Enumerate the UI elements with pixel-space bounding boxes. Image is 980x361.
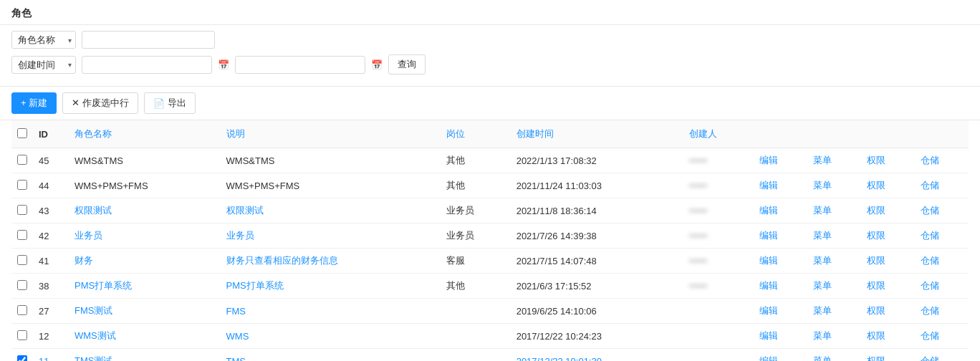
select-all-checkbox[interactable]: [17, 128, 27, 138]
row-checkbox[interactable]: [17, 230, 27, 240]
role-name-link[interactable]: 业务员: [75, 230, 102, 241]
cell-desc[interactable]: 权限测试: [221, 198, 441, 223]
row-checkbox[interactable]: [17, 205, 27, 215]
cell-action-权限[interactable]: 权限: [861, 148, 915, 173]
cell-desc[interactable]: 业务员: [221, 223, 441, 249]
action-仓储-link[interactable]: 仓储: [921, 205, 939, 216]
cell-action-菜单[interactable]: 菜单: [807, 274, 861, 299]
cell-action-仓储[interactable]: 仓储: [915, 299, 969, 324]
role-name-link[interactable]: FMS测试: [75, 305, 112, 316]
action-编辑-link[interactable]: 编辑: [759, 355, 778, 361]
action-仓储-link[interactable]: 仓储: [921, 180, 939, 191]
row-checkbox[interactable]: [17, 155, 27, 165]
action-权限-link[interactable]: 权限: [867, 230, 885, 241]
action-编辑-link[interactable]: 编辑: [759, 280, 778, 291]
cell-role-name[interactable]: 权限测试: [69, 198, 221, 223]
action-菜单-link[interactable]: 菜单: [813, 155, 832, 165]
action-菜单-link[interactable]: 菜单: [813, 280, 832, 291]
cell-action-权限[interactable]: 权限: [861, 274, 915, 299]
date-from-input[interactable]: 2012-03-11 00:00:01: [82, 56, 212, 74]
action-菜单-link[interactable]: 菜单: [813, 330, 832, 341]
cell-action-权限[interactable]: 权限: [861, 249, 915, 274]
row-checkbox[interactable]: [17, 330, 27, 340]
cell-action-权限[interactable]: 权限: [861, 173, 915, 198]
cell-action-编辑[interactable]: 编辑: [754, 249, 807, 274]
action-权限-link[interactable]: 权限: [867, 255, 885, 266]
cell-desc[interactable]: 财务只查看相应的财务信息: [221, 249, 441, 274]
action-菜单-link[interactable]: 菜单: [813, 355, 832, 361]
action-权限-link[interactable]: 权限: [867, 355, 885, 361]
desc-link[interactable]: 业务员: [226, 230, 254, 241]
cell-action-仓储[interactable]: 仓储: [915, 223, 969, 249]
action-菜单-link[interactable]: 菜单: [813, 305, 832, 316]
cell-action-仓储[interactable]: 仓储: [915, 274, 969, 299]
cell-desc[interactable]: TMS: [221, 349, 441, 362]
action-仓储-link[interactable]: 仓储: [921, 230, 939, 241]
desc-link[interactable]: TMS: [226, 356, 246, 362]
row-checkbox[interactable]: [17, 280, 27, 290]
action-编辑-link[interactable]: 编辑: [759, 330, 778, 341]
desc-link[interactable]: 权限测试: [226, 205, 264, 216]
cell-role-name[interactable]: PMS打单系统: [69, 274, 221, 299]
action-编辑-link[interactable]: 编辑: [759, 230, 778, 241]
cell-action-菜单[interactable]: 菜单: [807, 148, 861, 173]
action-权限-link[interactable]: 权限: [867, 180, 885, 191]
cell-action-编辑[interactable]: 编辑: [754, 223, 807, 249]
cell-action-仓储[interactable]: 仓储: [915, 173, 969, 198]
action-菜单-link[interactable]: 菜单: [813, 180, 832, 191]
cell-action-编辑[interactable]: 编辑: [754, 173, 807, 198]
action-权限-link[interactable]: 权限: [867, 305, 885, 316]
action-编辑-link[interactable]: 编辑: [759, 155, 778, 165]
desc-link[interactable]: FMS: [226, 306, 246, 317]
export-button[interactable]: 📄 导出: [144, 92, 196, 114]
action-菜单-link[interactable]: 菜单: [813, 230, 832, 241]
action-菜单-link[interactable]: 菜单: [813, 205, 832, 216]
cell-action-菜单[interactable]: 菜单: [807, 299, 861, 324]
cell-role-name[interactable]: TMS测试: [69, 349, 221, 362]
cell-action-菜单[interactable]: 菜单: [807, 249, 861, 274]
role-name-select[interactable]: 角色名称: [11, 31, 76, 49]
desc-link[interactable]: WMS: [226, 331, 249, 342]
action-权限-link[interactable]: 权限: [867, 205, 885, 216]
date-to-input[interactable]: 2022-01-18 23:59:59: [235, 56, 365, 74]
cell-action-仓储[interactable]: 仓储: [915, 324, 969, 349]
role-name-link[interactable]: 权限测试: [75, 205, 112, 216]
row-checkbox[interactable]: [17, 305, 27, 315]
cell-action-权限[interactable]: 权限: [861, 198, 915, 223]
cell-action-权限[interactable]: 权限: [861, 324, 915, 349]
action-编辑-link[interactable]: 编辑: [759, 305, 778, 316]
action-仓储-link[interactable]: 仓储: [921, 255, 939, 266]
cell-action-编辑[interactable]: 编辑: [754, 349, 807, 362]
action-仓储-link[interactable]: 仓储: [921, 355, 939, 361]
cell-desc[interactable]: FMS: [221, 299, 441, 324]
query-button[interactable]: 查询: [388, 54, 426, 74]
role-name-select-wrapper[interactable]: 角色名称: [11, 31, 76, 49]
role-name-link[interactable]: TMS测试: [75, 355, 112, 361]
action-菜单-link[interactable]: 菜单: [813, 255, 832, 266]
role-name-input[interactable]: [82, 31, 215, 49]
cell-action-权限[interactable]: 权限: [861, 223, 915, 249]
cell-action-仓储[interactable]: 仓储: [915, 249, 969, 274]
action-仓储-link[interactable]: 仓储: [921, 155, 939, 165]
cell-role-name[interactable]: 财务: [69, 249, 221, 274]
cell-role-name[interactable]: 业务员: [69, 223, 221, 249]
row-checkbox[interactable]: [17, 255, 27, 265]
cell-action-菜单[interactable]: 菜单: [807, 198, 861, 223]
cell-action-菜单[interactable]: 菜单: [807, 324, 861, 349]
cell-action-编辑[interactable]: 编辑: [754, 198, 807, 223]
role-name-link[interactable]: PMS打单系统: [75, 280, 132, 291]
cell-action-权限[interactable]: 权限: [861, 299, 915, 324]
action-编辑-link[interactable]: 编辑: [759, 180, 778, 191]
action-权限-link[interactable]: 权限: [867, 155, 885, 165]
action-编辑-link[interactable]: 编辑: [759, 205, 778, 216]
action-权限-link[interactable]: 权限: [867, 280, 885, 291]
new-button[interactable]: + 新建: [11, 92, 57, 114]
cell-role-name[interactable]: FMS测试: [69, 299, 221, 324]
date-from-icon[interactable]: 📅: [218, 59, 229, 70]
desc-link[interactable]: PMS打单系统: [226, 280, 284, 291]
cell-action-编辑[interactable]: 编辑: [754, 299, 807, 324]
cell-action-仓储[interactable]: 仓储: [915, 198, 969, 223]
created-time-select-wrapper[interactable]: 创建时间: [11, 56, 76, 74]
cell-action-菜单[interactable]: 菜单: [807, 223, 861, 249]
created-time-select[interactable]: 创建时间: [11, 56, 76, 74]
